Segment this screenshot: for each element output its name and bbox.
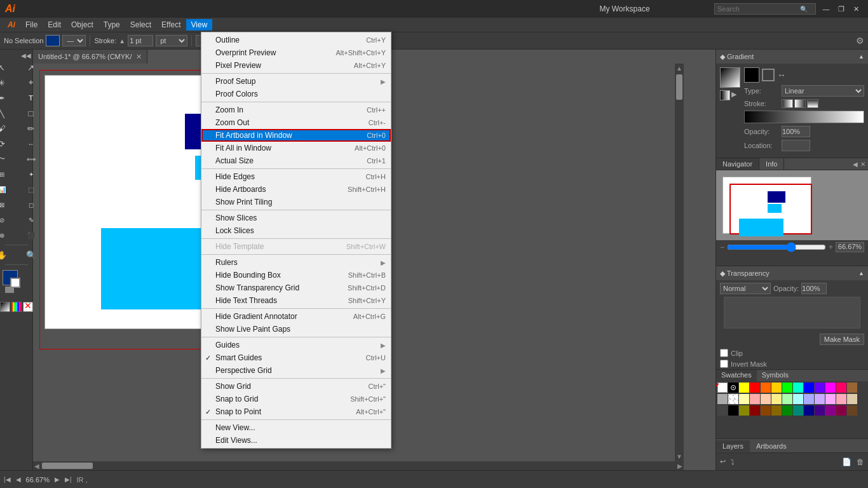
menu-show-live-paint[interactable]: Show Live Paint Gaps xyxy=(201,323,391,336)
search-input[interactable] xyxy=(717,5,800,13)
live-paint-tool[interactable]: ⬛ xyxy=(17,228,45,242)
swatch-ltgreen[interactable] xyxy=(782,394,792,404)
hand-tool[interactable]: ✋ xyxy=(0,248,16,262)
menu-item-effect[interactable]: Effect xyxy=(156,19,186,30)
swatch-ltviolet[interactable] xyxy=(815,394,825,404)
menu-item-view[interactable]: View xyxy=(186,19,213,30)
gradient-arrow-icon[interactable]: ▶ xyxy=(731,90,736,100)
swatch-violet[interactable] xyxy=(815,383,825,393)
swatch-dkbrown[interactable] xyxy=(847,405,857,416)
gradient-stroke-icon1[interactable] xyxy=(782,99,793,108)
type-tool[interactable]: T xyxy=(17,91,45,105)
clip-checkbox[interactable] xyxy=(720,349,728,357)
scroll-up-arrow[interactable]: ▲ xyxy=(676,64,682,73)
swatch-darkyellow[interactable] xyxy=(771,405,782,416)
swatch-register[interactable] xyxy=(728,383,738,393)
menu-lock-slices[interactable]: Lock Slices xyxy=(201,224,391,237)
gradient-type-select[interactable]: Linear xyxy=(782,85,864,97)
gradient-slider-preview[interactable] xyxy=(744,111,864,123)
menu-item-ai[interactable]: Ai xyxy=(3,19,20,30)
status-nav-right2[interactable]: ▶| xyxy=(65,476,72,483)
rp-new-layer-icon[interactable]: 📄 xyxy=(841,456,853,468)
gradient-panel-header[interactable]: ◆ Gradient ▲ xyxy=(716,50,868,64)
menu-perspective-grid[interactable]: Perspective Grid ▶ xyxy=(201,364,391,377)
h-scroll-track[interactable] xyxy=(41,461,676,470)
swatch-ltred[interactable] xyxy=(750,394,760,404)
rp-arrow-icon[interactable]: ↩ xyxy=(719,456,727,467)
menu-show-slices[interactable]: Show Slices xyxy=(201,212,391,224)
menu-zoom-in[interactable]: Zoom In Ctrl++ xyxy=(201,104,391,116)
gradient-color-swatch[interactable] xyxy=(744,67,759,83)
shape-tool[interactable]: □ xyxy=(17,106,45,120)
scroll-left-arrow[interactable]: ◀ xyxy=(33,463,41,470)
gradient-type-linear[interactable] xyxy=(720,90,730,100)
menu-fit-all[interactable]: Fit All in Window Alt+Ctrl+0 xyxy=(201,142,391,154)
swatch-green[interactable] xyxy=(782,383,792,393)
tools-collapse[interactable]: ◀◀ xyxy=(0,52,32,59)
swatch-ltgray[interactable] xyxy=(717,394,728,404)
direct-selection-tool[interactable]: ↗ xyxy=(17,60,45,74)
pen-tool[interactable]: ✒ xyxy=(0,91,16,105)
swatch-ltyellow[interactable] xyxy=(739,394,749,404)
swatch-yellow2[interactable] xyxy=(771,394,782,404)
swatch-dkgray[interactable] xyxy=(717,405,728,416)
tab-symbols[interactable]: Symbols xyxy=(757,370,794,381)
menu-smart-guides[interactable]: ✓ Smart Guides Ctrl+U xyxy=(201,351,391,364)
swatch-teal[interactable] xyxy=(793,383,803,393)
status-nav-left1[interactable]: |◀ xyxy=(4,476,11,483)
h-scroll-thumb[interactable] xyxy=(42,463,93,469)
swatch-ltcyan[interactable] xyxy=(793,394,803,404)
gradient-stroke-icon3[interactable] xyxy=(807,99,818,108)
artboards-tab[interactable]: Artboards xyxy=(750,440,793,452)
settings-icon[interactable]: ⚙ xyxy=(856,36,864,46)
zoom-minus-icon[interactable]: − xyxy=(720,243,724,252)
close-button[interactable]: ✕ xyxy=(850,3,863,15)
scroll-right-arrow[interactable]: ▶ xyxy=(676,463,684,470)
menu-item-object[interactable]: Object xyxy=(66,19,98,30)
menu-overprint[interactable]: Overprint Preview Alt+Shift+Ctrl+Y xyxy=(201,46,391,59)
gradient-btn[interactable] xyxy=(11,302,22,312)
stroke-width-input[interactable] xyxy=(128,35,153,46)
symbol-tool[interactable]: ✦ xyxy=(17,167,45,181)
swatch-orange[interactable] xyxy=(771,383,782,393)
menu-pixel[interactable]: Pixel Preview Alt+Ctrl+Y xyxy=(201,59,391,72)
menu-actual-size[interactable]: Actual Size Ctrl+1 xyxy=(201,154,391,167)
opacity-input[interactable] xyxy=(801,283,827,294)
fill-color-box[interactable] xyxy=(46,35,60,46)
gradient-stroke-icon2[interactable] xyxy=(794,99,806,108)
gradient-preview-box[interactable] xyxy=(720,67,740,88)
rp-delete-layer-icon[interactable]: 🗑 xyxy=(855,456,865,468)
warp-tool[interactable]: 〜 xyxy=(0,152,16,166)
swatch-cyan[interactable] xyxy=(750,383,760,393)
swatch-grid[interactable] xyxy=(728,394,738,404)
menu-hide-text-threads[interactable]: Hide Text Threads Shift+Ctrl+Y xyxy=(201,294,391,307)
artboard-tool[interactable]: ⬚ xyxy=(17,182,45,196)
gradient-swap-arrow[interactable]: ↔ xyxy=(777,70,786,80)
tab-info[interactable]: Info xyxy=(759,158,784,170)
menu-snap-to-grid[interactable]: Snap to Grid Shift+Ctrl+" xyxy=(201,393,391,405)
swatch-ltorange[interactable] xyxy=(761,394,771,404)
menu-item-file[interactable]: File xyxy=(20,19,43,30)
zoom-tool[interactable]: 🔍 xyxy=(17,248,45,262)
swatch-dkviolet[interactable] xyxy=(815,405,825,416)
menu-show-print[interactable]: Show Print Tiling xyxy=(201,196,391,208)
swatch-brown[interactable] xyxy=(847,383,857,393)
lasso-tool[interactable]: ⌖ xyxy=(17,76,45,90)
eraser-tool[interactable]: ◻ xyxy=(17,198,45,212)
swatch-dkpink[interactable] xyxy=(825,405,836,416)
tab-swatches[interactable]: Swatches xyxy=(716,370,757,381)
menu-item-select[interactable]: Select xyxy=(125,19,156,30)
width-tool[interactable]: ⟺ xyxy=(17,152,45,166)
color-mode-btn[interactable] xyxy=(0,302,10,312)
maximize-button[interactable]: ❐ xyxy=(835,3,848,15)
layers-tab[interactable]: Layers xyxy=(716,440,750,452)
transparency-panel-header[interactable]: ◆ Transparency ▲ xyxy=(716,266,868,280)
swatch-dkblue[interactable] xyxy=(804,405,814,416)
menu-show-grid[interactable]: Show Grid Ctrl+" xyxy=(201,380,391,393)
stroke-style-select[interactable]: — xyxy=(62,35,86,46)
line-tool[interactable]: ╲ xyxy=(0,106,16,120)
selection-tool[interactable]: ↖ xyxy=(0,60,16,74)
swatch-white[interactable] xyxy=(717,383,728,393)
stroke-unit-select[interactable]: pt xyxy=(156,35,187,46)
swatch-dkyellow[interactable] xyxy=(739,405,749,416)
